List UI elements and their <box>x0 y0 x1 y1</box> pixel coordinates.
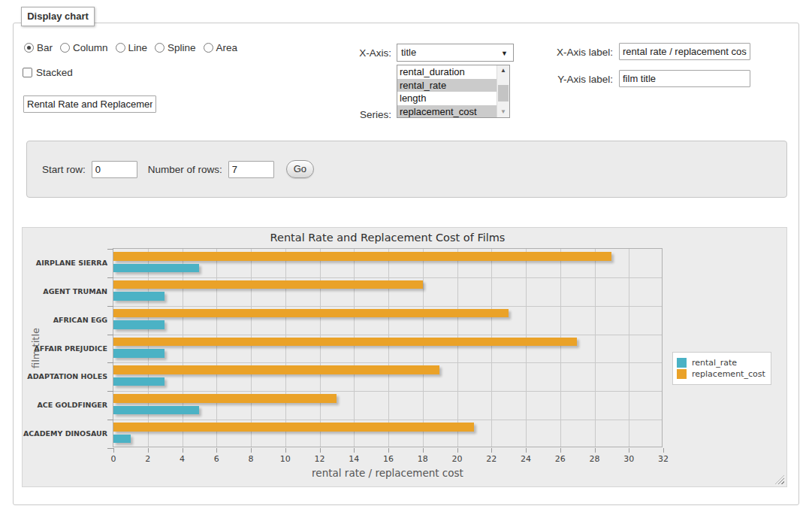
series-multiselect[interactable]: rental_duration rental_rate length repla… <box>397 65 510 118</box>
bar-replacement_cost <box>113 394 337 403</box>
radio-button-icon[interactable] <box>116 43 125 53</box>
radio-button-icon[interactable] <box>155 43 165 53</box>
x-tick-label: 18 <box>412 454 434 464</box>
gridline-vertical <box>148 249 149 447</box>
gridline-vertical <box>595 249 596 447</box>
x-tick-label: 16 <box>377 454 400 464</box>
resize-gripper-icon[interactable] <box>775 475 784 484</box>
radio-option-line[interactable]: Line <box>116 42 148 53</box>
x-tick-label: 0 <box>102 454 125 464</box>
x-tick-mark <box>560 448 561 453</box>
y-tick-mark <box>107 420 113 420</box>
gridline-vertical <box>457 249 458 447</box>
bar-replacement_cost <box>113 423 474 432</box>
legend-item: replacement_cost <box>677 369 765 379</box>
series-option-rental-duration[interactable]: rental_duration <box>397 65 497 79</box>
y-tick-mark <box>107 306 113 307</box>
x-tick-label: 4 <box>171 454 194 464</box>
stacked-option[interactable]: Stacked <box>23 67 73 78</box>
category-label: ADAPTATION HOLES <box>23 372 107 380</box>
number-of-rows-label: Number of rows: <box>148 164 222 175</box>
gridline-vertical <box>560 249 561 447</box>
chart-panel: Rental Rate and Replacement Cost of Film… <box>22 227 787 487</box>
plot-grid: 02468101214161820222426283032AIRPLANE SI… <box>113 248 663 447</box>
x-tick-mark <box>354 448 355 453</box>
bar-replacement_cost <box>113 280 423 289</box>
x-tick-mark <box>183 448 183 453</box>
start-row-input[interactable] <box>92 161 137 178</box>
x-tick-mark <box>491 448 492 453</box>
x-tick-label: 10 <box>274 454 297 464</box>
radio-label: Line <box>128 42 148 53</box>
series-scrollbar[interactable]: ▲ ▼ <box>497 65 509 117</box>
x-tick-mark <box>113 448 114 453</box>
bar-rental_rate <box>113 264 199 273</box>
gridline-vertical <box>629 249 629 447</box>
x-axis-label-label: X-Axis label: <box>530 47 613 58</box>
x-tick-mark <box>423 448 424 453</box>
x-tick-label: 6 <box>205 454 228 464</box>
page: Display chart Bar Column Line Spline Are… <box>0 0 812 512</box>
radio-option-spline[interactable]: Spline <box>155 42 196 53</box>
x-tick-mark <box>285 448 286 453</box>
x-axis-select-label: X-Axis: <box>316 47 391 59</box>
chart-title: Rental Rate and Replacement Cost of Film… <box>113 232 663 244</box>
bar-replacement_cost <box>113 338 577 347</box>
scroll-down-icon[interactable]: ▼ <box>497 107 509 117</box>
bar-replacement_cost <box>113 365 439 374</box>
radio-option-area[interactable]: Area <box>204 42 238 53</box>
y-axis-label-input[interactable] <box>619 70 750 87</box>
gridline-vertical <box>526 249 527 447</box>
x-axis-select[interactable]: title ▼ <box>397 44 514 62</box>
category-label: AFFAIR PREJUDICE <box>23 344 107 353</box>
radio-option-bar[interactable]: Bar <box>24 42 53 53</box>
legend-label: rental_rate <box>692 358 737 368</box>
gridline-vertical <box>285 249 286 447</box>
x-tick-label: 20 <box>446 454 469 464</box>
radio-label: Bar <box>37 42 53 53</box>
x-tick-label: 8 <box>240 454 262 464</box>
series-option-rental-rate[interactable]: rental_rate <box>397 79 497 92</box>
gridline-horizontal <box>113 362 662 363</box>
radio-button-icon[interactable] <box>60 43 70 53</box>
radio-option-column[interactable]: Column <box>60 42 108 53</box>
dropdown-arrow-icon: ▼ <box>501 44 508 62</box>
x-tick-mark <box>457 448 458 453</box>
go-button[interactable]: Go <box>286 160 314 178</box>
gridline-vertical <box>423 249 424 447</box>
y-tick-mark <box>107 362 113 363</box>
gridline-vertical <box>320 249 321 447</box>
y-tick-mark <box>107 335 113 335</box>
stacked-checkbox[interactable] <box>23 68 32 77</box>
category-label: ACE GOLDFINGER <box>23 401 107 409</box>
gridline-horizontal <box>113 335 662 335</box>
bar-rental_rate <box>113 406 199 415</box>
bar-replacement_cost <box>113 252 611 261</box>
y-tick-mark <box>107 277 113 278</box>
row-controls-panel: Start row: Number of rows: Go <box>26 141 787 198</box>
start-row-label: Start row: <box>42 164 86 175</box>
x-tick-label: 14 <box>343 454 365 464</box>
x-tick-label: 12 <box>309 454 331 464</box>
fieldset-legend: Display chart <box>21 7 95 26</box>
x-tick-mark <box>251 448 252 453</box>
bar-rental_rate <box>113 349 165 358</box>
legend-swatch-rental_rate <box>677 358 687 368</box>
radio-button-icon[interactable] <box>204 43 213 53</box>
bar-rental_rate <box>113 320 165 329</box>
scroll-up-icon[interactable]: ▲ <box>497 65 509 76</box>
chart-type-radio-group: Bar Column Line Spline Area <box>24 42 237 53</box>
x-tick-label: 24 <box>515 454 537 464</box>
series-option-replacement-cost[interactable]: replacement_cost <box>397 105 497 117</box>
display-chart-fieldset: Display chart Bar Column Line Spline Are… <box>13 23 799 505</box>
chart-title-input[interactable] <box>23 95 156 113</box>
scrollbar-thumb[interactable] <box>498 85 509 101</box>
legend-label: replacement_cost <box>692 369 765 379</box>
category-label: ACADEMY DINOSAUR <box>23 429 107 438</box>
number-of-rows-input[interactable] <box>228 161 274 178</box>
x-tick-label: 30 <box>617 454 640 464</box>
x-axis-label-input[interactable] <box>619 43 750 60</box>
series-option-length[interactable]: length <box>397 92 497 105</box>
radio-button-icon[interactable] <box>24 43 34 53</box>
y-tick-mark <box>107 448 113 449</box>
